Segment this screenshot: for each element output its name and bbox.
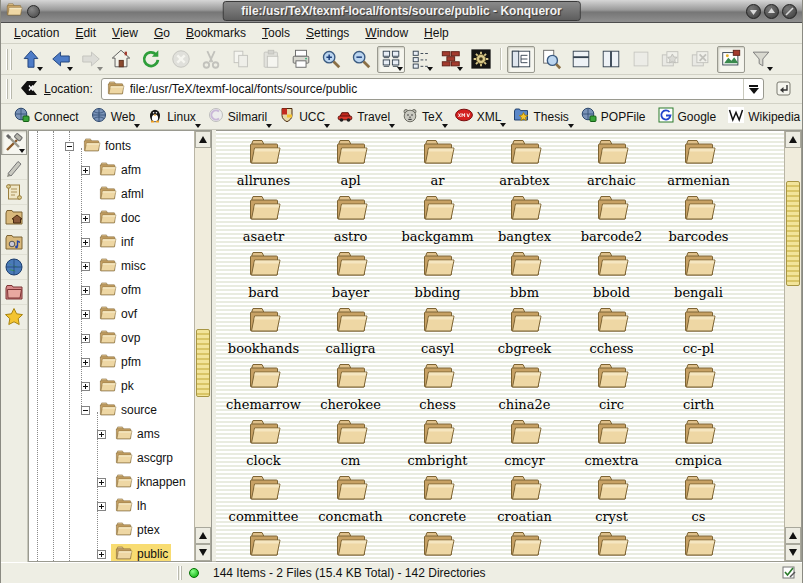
bookmark-xml[interactable]: XML: [450, 106, 507, 127]
bookmark-wikipedia[interactable]: Wikipedia: [723, 105, 803, 128]
tree-item-ovf[interactable]: ovf: [29, 302, 194, 326]
tree-item-afm[interactable]: afm: [29, 158, 194, 182]
folder-item-bengali[interactable]: bengali: [655, 249, 742, 305]
folder-item-bayer[interactable]: bayer: [307, 249, 394, 305]
folder-item-cherokee[interactable]: cherokee: [307, 361, 394, 417]
folder-item-bbold[interactable]: bbold: [568, 249, 655, 305]
tree-item-inf[interactable]: inf: [29, 230, 194, 254]
view-scroll-thumb[interactable]: [786, 181, 800, 286]
folder-item-chemarrow[interactable]: chemarrow: [220, 361, 307, 417]
menu-tools[interactable]: Tools: [255, 24, 297, 42]
tree-item-pk[interactable]: pk: [29, 374, 194, 398]
root-directory-button[interactable]: [1, 280, 27, 305]
folder-item-astro[interactable]: astro: [307, 193, 394, 249]
tree-item-afml[interactable]: afml: [29, 182, 194, 206]
go-button[interactable]: [772, 77, 796, 101]
statusbar-toggle-icon[interactable]: [782, 565, 802, 582]
network-button[interactable]: [1, 255, 27, 280]
folder-item[interactable]: [220, 529, 307, 561]
folder-item-cmextra[interactable]: cmextra: [568, 417, 655, 473]
menu-go[interactable]: Go: [147, 24, 177, 42]
history-button[interactable]: [1, 180, 27, 205]
expand-icon[interactable]: [81, 334, 90, 343]
folder-item-armenian[interactable]: armenian: [655, 137, 742, 193]
close-button[interactable]: [782, 4, 797, 19]
bookmark-popfile[interactable]: POPFile: [576, 105, 651, 128]
configure-panel-button[interactable]: [1, 130, 27, 155]
tree-item-ascgrp[interactable]: ascgrp: [29, 446, 194, 470]
folder-item-circ[interactable]: circ: [568, 361, 655, 417]
expand-icon[interactable]: [97, 430, 106, 439]
tree-item-ovp[interactable]: ovp: [29, 326, 194, 350]
expand-icon[interactable]: [81, 214, 90, 223]
tree-scrollbar[interactable]: [194, 131, 211, 561]
bookmark-connect[interactable]: Connect: [9, 105, 84, 128]
tree-item-jknappen[interactable]: jknappen: [29, 470, 194, 494]
expand-icon[interactable]: [81, 262, 90, 271]
folder-item-arabtex[interactable]: arabtex: [481, 137, 568, 193]
folder-item-cs[interactable]: cs: [655, 473, 742, 529]
maximize-button[interactable]: [764, 4, 779, 19]
reload-button[interactable]: [137, 46, 165, 73]
show-navigation-panel-button[interactable]: [507, 46, 535, 73]
folder-item-bard[interactable]: bard: [220, 249, 307, 305]
clear-location-icon[interactable]: [20, 80, 38, 99]
folder-item-archaic[interactable]: archaic: [568, 137, 655, 193]
folder-item[interactable]: [307, 529, 394, 561]
services-button[interactable]: [1, 230, 27, 255]
tree-item-lh[interactable]: lh: [29, 494, 194, 518]
split-view-top-bottom-button[interactable]: [567, 46, 595, 73]
menu-help[interactable]: Help: [417, 24, 456, 42]
show-previews-button[interactable]: [717, 46, 745, 73]
icon-view-button[interactable]: [377, 46, 405, 73]
folder-item-concrete[interactable]: concrete: [394, 473, 481, 529]
menu-bookmarks[interactable]: Bookmarks: [179, 24, 253, 42]
window-folder-icon[interactable]: [5, 2, 23, 20]
run-settings-button[interactable]: [467, 46, 495, 73]
filter-button[interactable]: [747, 46, 775, 73]
view-scroll-down-icon[interactable]: [785, 544, 801, 561]
menu-view[interactable]: View: [105, 24, 145, 42]
status-grip[interactable]: [177, 566, 183, 580]
folder-item-backgamm[interactable]: backgamm: [394, 193, 481, 249]
expand-icon[interactable]: [97, 550, 106, 559]
home-directory-button[interactable]: [1, 205, 27, 230]
tree-scroll-up-icon[interactable]: [195, 131, 211, 148]
folder-item-croatian[interactable]: croatian: [481, 473, 568, 529]
folder-item-barcode2[interactable]: barcode2: [568, 193, 655, 249]
bookmark-tex[interactable]: TeX: [397, 105, 448, 128]
bookmark-silmaril[interactable]: Silmaril: [203, 105, 272, 128]
folder-item-apl[interactable]: apl: [307, 137, 394, 193]
tree-item-public[interactable]: public: [29, 542, 194, 561]
split-view-left-right-button[interactable]: [597, 46, 625, 73]
tree-item-fonts[interactable]: fonts: [29, 134, 194, 158]
folder-item-cryst[interactable]: cryst: [568, 473, 655, 529]
folder-item-cmpica[interactable]: cmpica: [655, 417, 742, 473]
window-menu-button[interactable]: [27, 5, 40, 18]
view-scroll-up-icon[interactable]: [785, 131, 801, 148]
bookmark-web[interactable]: Web: [86, 105, 140, 128]
tree-item-doc[interactable]: doc: [29, 206, 194, 230]
folder-item-cchess[interactable]: cchess: [568, 305, 655, 361]
folder-item-cirth[interactable]: cirth: [655, 361, 742, 417]
folder-item[interactable]: [481, 529, 568, 561]
expand-icon[interactable]: [81, 166, 90, 175]
folder-item-ar[interactable]: ar: [394, 137, 481, 193]
expand-icon[interactable]: [97, 502, 106, 511]
bookmark-linux[interactable]: Linux: [142, 105, 201, 128]
folder-item-cbgreek[interactable]: cbgreek: [481, 305, 568, 361]
bookmark-thesis[interactable]: Thesis: [508, 105, 573, 128]
menu-settings[interactable]: Settings: [299, 24, 356, 42]
html-view-button[interactable]: [437, 46, 465, 73]
expand-icon[interactable]: [81, 358, 90, 367]
tree-item-ams[interactable]: ams: [29, 422, 194, 446]
expand-icon[interactable]: [81, 238, 90, 247]
menu-window[interactable]: Window: [358, 24, 415, 42]
view-scrollbar[interactable]: [784, 131, 801, 561]
folder-item-cc-pl[interactable]: cc-pl: [655, 305, 742, 361]
folder-item[interactable]: [655, 529, 742, 561]
menu-location[interactable]: Location: [7, 24, 66, 42]
tree-item-pfm[interactable]: pfm: [29, 350, 194, 374]
zoom-in-button[interactable]: [317, 46, 345, 73]
location-dropdown-icon[interactable]: [743, 79, 763, 99]
